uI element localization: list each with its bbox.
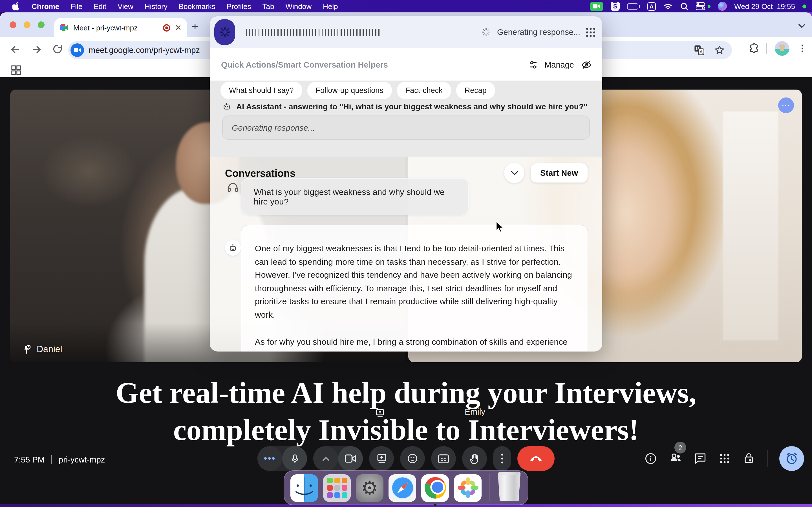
back-button[interactable] bbox=[9, 43, 21, 56]
meet-site-icon bbox=[70, 43, 84, 57]
activities-icon[interactable] bbox=[718, 452, 731, 465]
audio-waveform bbox=[246, 29, 381, 36]
translate-icon[interactable]: GA bbox=[694, 45, 705, 56]
menu-clock[interactable]: Wed 29 Oct19:55 bbox=[734, 2, 795, 10]
meeting-code: pri-ycwt-mpz bbox=[59, 455, 105, 464]
start-new-button[interactable]: Start New bbox=[530, 163, 588, 182]
menu-edit[interactable]: Edit bbox=[88, 0, 112, 12]
menu-profiles[interactable]: Profiles bbox=[221, 0, 257, 12]
video-options-button[interactable] bbox=[313, 446, 338, 471]
generating-response-box: Generating response... bbox=[222, 115, 590, 140]
dock-settings-icon[interactable]: ⚙ bbox=[356, 474, 384, 502]
mic-group: ••• bbox=[257, 446, 307, 471]
new-tab-button[interactable]: + bbox=[192, 20, 198, 33]
hide-eye-off-icon[interactable] bbox=[581, 59, 592, 70]
meeting-details-icon[interactable] bbox=[645, 452, 657, 465]
reload-button[interactable] bbox=[52, 43, 63, 55]
host-controls-icon[interactable] bbox=[743, 452, 755, 465]
conversations-section: Conversations Start New What is your big… bbox=[210, 157, 602, 351]
camera-icon bbox=[345, 454, 356, 463]
more-vertical-icon bbox=[501, 453, 503, 464]
quick-action-fact-check[interactable]: Fact-check bbox=[397, 82, 451, 99]
layout-grid-icon[interactable] bbox=[11, 65, 21, 75]
ai-answer-avatar bbox=[225, 240, 241, 256]
answer-paragraph-2: As for why you should hire me, I bring a… bbox=[255, 335, 574, 351]
more-options-button[interactable] bbox=[493, 446, 511, 471]
mic-button[interactable] bbox=[282, 446, 307, 471]
dock-launchpad-icon[interactable] bbox=[323, 474, 351, 502]
mouse-cursor bbox=[495, 221, 505, 233]
chrome-menu-icon[interactable] bbox=[797, 43, 808, 54]
dock-trash-icon[interactable] bbox=[497, 472, 522, 501]
svg-text:A: A bbox=[700, 49, 703, 55]
quick-action-follow-up[interactable]: Follow-up questions bbox=[307, 82, 392, 99]
tab-search-chevron-icon[interactable] bbox=[799, 20, 805, 31]
interviewer-question-bubble[interactable]: What is your biggest weakness and why sh… bbox=[241, 178, 469, 215]
spotlight-search-icon[interactable] bbox=[680, 2, 689, 10]
end-call-button[interactable] bbox=[517, 446, 555, 471]
close-window-button[interactable] bbox=[10, 21, 16, 28]
pin-icon bbox=[22, 344, 31, 354]
chat-button[interactable] bbox=[694, 452, 707, 465]
captions-button[interactable]: CC bbox=[431, 446, 456, 471]
app-s-icon[interactable]: S bbox=[611, 1, 620, 11]
assistant-logo[interactable] bbox=[214, 19, 235, 45]
menu-help[interactable]: Help bbox=[317, 0, 344, 12]
recording-indicator-dot bbox=[708, 5, 711, 8]
participants-button[interactable]: 2 bbox=[669, 451, 682, 466]
quick-actions-header: Quick Actions/Smart Conversation Helpers… bbox=[210, 48, 602, 80]
apps-grid-icon[interactable] bbox=[586, 27, 596, 37]
wifi-icon[interactable] bbox=[663, 3, 673, 10]
menu-history[interactable]: History bbox=[139, 0, 173, 12]
extensions-icon[interactable] bbox=[747, 43, 758, 54]
tile-more-options-button[interactable]: ⋯ bbox=[778, 98, 794, 113]
end-call-icon bbox=[529, 455, 543, 462]
present-icon bbox=[376, 453, 387, 464]
quick-action-what-should-i-say[interactable]: What should I say? bbox=[220, 82, 302, 99]
dock-photos-icon[interactable] bbox=[454, 474, 481, 502]
forward-button[interactable] bbox=[31, 43, 43, 56]
dock-finder-icon[interactable] bbox=[290, 474, 318, 502]
macos-dock: ⚙ bbox=[284, 470, 528, 505]
window-controls bbox=[10, 21, 45, 28]
tab-close-button[interactable]: ✕ bbox=[175, 24, 182, 32]
bookmark-star-icon[interactable] bbox=[714, 45, 725, 56]
menu-bookmarks[interactable]: Bookmarks bbox=[173, 0, 221, 12]
spinner-logo-icon bbox=[218, 26, 231, 38]
profile-avatar[interactable] bbox=[775, 41, 790, 56]
participant-name-label: Daniel bbox=[22, 344, 62, 354]
menu-chrome[interactable]: Chrome bbox=[26, 0, 65, 12]
zoom-window-button[interactable] bbox=[38, 21, 45, 28]
siri-icon[interactable] bbox=[718, 2, 727, 11]
tab-title: Meet - pri-ycwt-mpz bbox=[73, 23, 159, 32]
raise-hand-button[interactable] bbox=[462, 446, 487, 471]
reactions-button[interactable] bbox=[400, 446, 425, 471]
menu-view[interactable]: View bbox=[112, 0, 139, 12]
battery-icon[interactable] bbox=[627, 3, 640, 9]
video-camera-icon bbox=[593, 3, 601, 9]
manage-button[interactable]: Manage bbox=[545, 60, 574, 69]
dock-safari-icon[interactable] bbox=[389, 474, 416, 502]
collapse-conversations-button[interactable] bbox=[504, 163, 524, 183]
ai-answer-bubble[interactable]: One of my biggest weaknesses is that I t… bbox=[241, 225, 588, 351]
timer-button[interactable] bbox=[779, 446, 804, 471]
tab-recording-icon bbox=[163, 24, 170, 31]
svg-text:CC: CC bbox=[441, 457, 447, 461]
menu-tab[interactable]: Tab bbox=[257, 0, 280, 12]
quick-action-recap[interactable]: Recap bbox=[456, 82, 495, 99]
minimize-window-button[interactable] bbox=[24, 21, 31, 28]
audio-options-button[interactable]: ••• bbox=[257, 446, 282, 471]
assistant-header[interactable]: Generating response... bbox=[210, 16, 602, 48]
dock-chrome-icon[interactable] bbox=[421, 474, 449, 502]
tab-meet[interactable]: Meet - pri-ycwt-mpz ✕ bbox=[54, 18, 187, 37]
menu-window[interactable]: Window bbox=[280, 0, 317, 12]
answer-paragraph-1: One of my biggest weaknesses is that I t… bbox=[255, 242, 574, 321]
camera-button[interactable] bbox=[338, 446, 363, 471]
present-button[interactable] bbox=[369, 446, 394, 471]
meeting-time: 7:55 PM bbox=[14, 455, 45, 464]
control-center-icon[interactable] bbox=[696, 2, 705, 10]
camera-active-icon[interactable] bbox=[590, 1, 603, 11]
apple-menu[interactable] bbox=[7, 0, 26, 12]
input-source-icon[interactable]: A bbox=[647, 2, 656, 10]
menu-file[interactable]: File bbox=[65, 0, 88, 12]
